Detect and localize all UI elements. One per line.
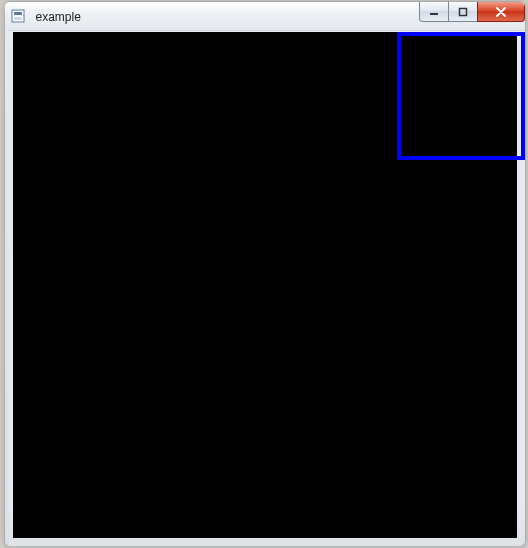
app-icon [11,4,25,18]
caption-buttons [420,2,525,22]
client-area [13,32,517,538]
overlay-rectangle [397,32,525,160]
maximize-button[interactable] [448,2,478,22]
titlebar[interactable]: example [5,2,525,31]
window-title: example [35,3,80,31]
svg-rect-0 [12,10,24,22]
close-button[interactable] [477,2,525,22]
svg-rect-2 [14,17,22,20]
svg-rect-3 [430,13,438,15]
window-frame-left [5,30,9,546]
minimize-button[interactable] [419,2,449,22]
app-window: example [4,1,526,547]
svg-rect-4 [460,8,467,15]
svg-rect-1 [14,12,22,15]
